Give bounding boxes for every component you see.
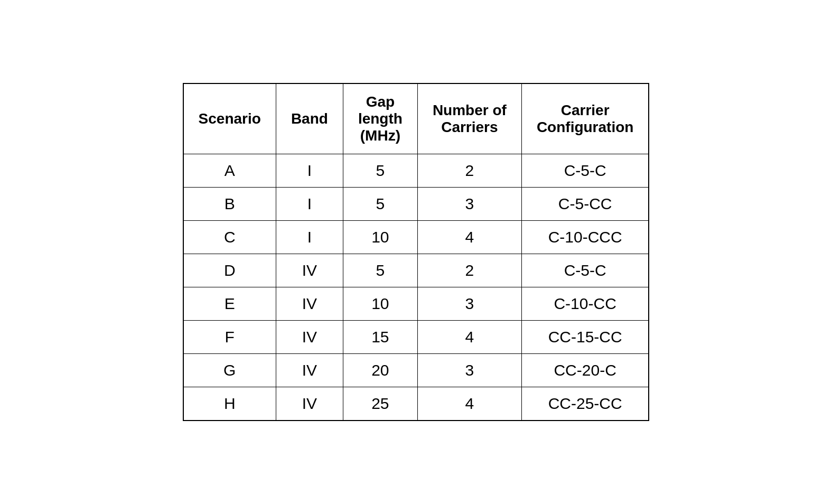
cell-config-7: CC-25-CC	[521, 387, 649, 421]
cell-band-2: I	[276, 221, 343, 254]
cell-carriers-2: 4	[417, 221, 521, 254]
table-row: DIV52C-5-C	[183, 254, 649, 287]
cell-config-1: C-5-CC	[521, 188, 649, 221]
cell-carriers-1: 3	[417, 188, 521, 221]
header-row: Scenario Band Gaplength(MHz) Number ofCa…	[183, 83, 649, 154]
page-container: Scenario Band Gaplength(MHz) Number ofCa…	[0, 83, 832, 421]
cell-band-4: IV	[276, 287, 343, 321]
table-row: FIV154CC-15-CC	[183, 321, 649, 354]
cell-band-5: IV	[276, 321, 343, 354]
cell-band-7: IV	[276, 387, 343, 421]
cell-config-2: C-10-CCC	[521, 221, 649, 254]
table-row: GIV203CC-20-C	[183, 354, 649, 387]
cell-band-3: IV	[276, 254, 343, 287]
cell-scenario-0: A	[183, 154, 276, 188]
cell-gap-4: 10	[343, 287, 417, 321]
cell-carriers-0: 2	[417, 154, 521, 188]
table-row: AI52C-5-C	[183, 154, 649, 188]
cell-config-0: C-5-C	[521, 154, 649, 188]
cell-scenario-4: E	[183, 287, 276, 321]
cell-carriers-4: 3	[417, 287, 521, 321]
cell-band-1: I	[276, 188, 343, 221]
cell-scenario-3: D	[183, 254, 276, 287]
cell-config-4: C-10-CC	[521, 287, 649, 321]
cell-gap-6: 20	[343, 354, 417, 387]
cell-carriers-5: 4	[417, 321, 521, 354]
cell-gap-5: 15	[343, 321, 417, 354]
cell-gap-7: 25	[343, 387, 417, 421]
cell-band-6: IV	[276, 354, 343, 387]
cell-scenario-6: G	[183, 354, 276, 387]
table-wrapper: Scenario Band Gaplength(MHz) Number ofCa…	[183, 83, 650, 421]
header-gap: Gaplength(MHz)	[343, 83, 417, 154]
cell-scenario-2: C	[183, 221, 276, 254]
cell-config-3: C-5-C	[521, 254, 649, 287]
table-row: HIV254CC-25-CC	[183, 387, 649, 421]
table-row: BI53C-5-CC	[183, 188, 649, 221]
header-band: Band	[276, 83, 343, 154]
cell-scenario-7: H	[183, 387, 276, 421]
header-scenario: Scenario	[183, 83, 276, 154]
cell-config-6: CC-20-C	[521, 354, 649, 387]
cell-scenario-1: B	[183, 188, 276, 221]
header-config: CarrierConfiguration	[521, 83, 649, 154]
cell-carriers-3: 2	[417, 254, 521, 287]
cell-gap-1: 5	[343, 188, 417, 221]
cell-gap-0: 5	[343, 154, 417, 188]
cell-carriers-6: 3	[417, 354, 521, 387]
table-row: EIV103C-10-CC	[183, 287, 649, 321]
table-row: CI104C-10-CCC	[183, 221, 649, 254]
data-table: Scenario Band Gaplength(MHz) Number ofCa…	[183, 83, 650, 421]
cell-gap-3: 5	[343, 254, 417, 287]
cell-gap-2: 10	[343, 221, 417, 254]
cell-band-0: I	[276, 154, 343, 188]
header-carriers: Number ofCarriers	[417, 83, 521, 154]
cell-carriers-7: 4	[417, 387, 521, 421]
cell-config-5: CC-15-CC	[521, 321, 649, 354]
cell-scenario-5: F	[183, 321, 276, 354]
